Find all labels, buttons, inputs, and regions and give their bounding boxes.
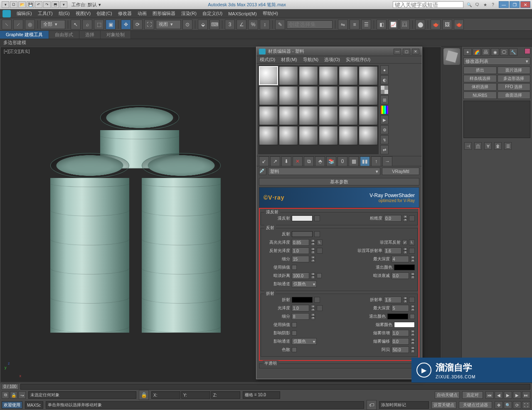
save-icon[interactable]: 💾 [27, 1, 34, 8]
diffuse-color-swatch[interactable] [292, 215, 313, 221]
menu-utilities[interactable]: 实用程序(U) [346, 57, 370, 63]
app-logo-icon[interactable] [2, 10, 11, 17]
material-slot[interactable] [279, 126, 298, 145]
menu-edit[interactable]: 编辑(E) [17, 10, 32, 17]
disp-checkbox[interactable] [292, 347, 297, 352]
mod-nurbs[interactable]: NURBS [463, 91, 497, 99]
material-slot[interactable] [279, 66, 298, 85]
roughness-map-slot[interactable] [409, 215, 415, 221]
material-slot[interactable] [319, 86, 338, 105]
video-check-icon[interactable] [380, 105, 389, 114]
maxdepth-spinner[interactable]: 4 [392, 256, 409, 262]
options-icon[interactable]: ⚙ [380, 125, 389, 134]
refract-color-swatch[interactable] [292, 297, 313, 303]
rglossy-spinner[interactable]: 1.0 [292, 247, 309, 254]
maximize-button[interactable]: ▢ [403, 49, 410, 54]
material-slot[interactable] [339, 106, 358, 125]
mod-ffd-select[interactable]: FFD 选择 [498, 83, 531, 91]
goto-start-icon[interactable]: ⏮ [485, 391, 494, 399]
curve-editor-icon[interactable]: 📈 [388, 20, 398, 30]
viewcube[interactable] [443, 48, 460, 65]
pan-icon[interactable]: ✥ [495, 401, 503, 409]
favorite-icon[interactable]: ★ [482, 1, 488, 8]
render-setup-icon[interactable]: 🫖 [431, 20, 441, 30]
link-icon[interactable]: ⬒ [52, 1, 59, 8]
dimdist-spinner[interactable]: 100.0 [292, 272, 309, 279]
tab-display-icon[interactable]: 🖵 [500, 48, 508, 56]
spinner-buttons[interactable]: ▴▾ [403, 215, 407, 222]
select-link-icon[interactable]: ⟍ [2, 20, 12, 30]
menu-maxscript[interactable]: MAXScript(M) [228, 11, 256, 16]
material-slot[interactable] [279, 86, 298, 105]
zoom-icon[interactable]: 🔍 [504, 401, 512, 409]
shadows-checkbox[interactable] [292, 331, 297, 336]
search-input[interactable] [393, 1, 463, 8]
comm-icon[interactable]: 🗨 [474, 1, 480, 8]
rectangle-select-icon[interactable]: ⬚ [94, 20, 104, 30]
tab-object-paint[interactable]: 对象绘制 [101, 31, 131, 39]
mat-id-icon[interactable]: 0 [337, 156, 347, 166]
ior-spinner[interactable]: 1.6 [384, 296, 401, 303]
material-slot[interactable] [339, 126, 358, 145]
rotate-icon[interactable]: ⟳ [133, 20, 143, 30]
selection-dd[interactable]: 选定对 [462, 391, 483, 399]
object-color-swatch[interactable] [525, 48, 530, 54]
curve-icon[interactable]: ↝ [18, 391, 26, 399]
render-icon[interactable]: 🫖 [454, 20, 464, 30]
make-preview-icon[interactable]: ▶ [380, 115, 389, 124]
map-nav-icon[interactable]: ⇄ [380, 145, 389, 154]
material-slot[interactable] [279, 106, 298, 125]
fogcolor-swatch[interactable] [394, 322, 415, 328]
lock-button[interactable]: L [317, 240, 323, 245]
fior-map-slot[interactable] [409, 248, 415, 254]
align-icon[interactable]: ≡ [350, 20, 360, 30]
material-slot[interactable] [339, 66, 358, 85]
rglossy-map-slot[interactable] [317, 248, 323, 254]
menu-tools[interactable]: 工具(T) [38, 10, 53, 17]
abbe-spinner[interactable]: 50.0 [392, 346, 409, 353]
snap-toggle-icon[interactable]: 3 [225, 20, 235, 30]
exit-color-swatch[interactable] [394, 264, 415, 270]
rexit-color-swatch[interactable] [387, 314, 408, 319]
restore-button[interactable]: ❐ [510, 1, 520, 8]
time-config-icon[interactable]: ⧉ [2, 391, 9, 399]
time-tag-icon[interactable]: 🏷 [367, 400, 377, 410]
menu-help[interactable]: 帮助(H) [263, 10, 278, 17]
menu-graph-editors[interactable]: 图形编辑器 [153, 10, 175, 17]
modifier-stack[interactable] [463, 101, 530, 138]
get-material-icon[interactable]: ↙ [259, 156, 269, 166]
angle-snap-icon[interactable]: ∠ [236, 20, 246, 30]
mod-spline-select[interactable]: 样条线选择 [463, 75, 497, 82]
material-editor-titlebar[interactable]: 材质编辑器 - 塑料 — ▢ ✕ [256, 47, 422, 56]
help-icon[interactable]: ? [490, 1, 496, 8]
minimize-button[interactable]: — [394, 49, 401, 54]
lock-button[interactable]: L [409, 240, 415, 245]
frame-indicator[interactable]: 0 / 100 [2, 384, 19, 390]
glossy-spinner[interactable]: 1.0 [292, 305, 309, 311]
orbit-icon[interactable]: ⟳ [513, 401, 521, 409]
keyboard-icon[interactable]: ⌨ [209, 20, 219, 30]
selection-filter-dropdown[interactable]: 全部▾ [40, 20, 65, 29]
material-slot-1[interactable] [259, 66, 278, 85]
tab-selection[interactable]: 选择 [79, 31, 101, 39]
window-crossing-icon[interactable]: ▣ [106, 20, 116, 30]
material-slot[interactable] [259, 86, 278, 105]
minimize-button[interactable]: — [499, 1, 509, 8]
rollout-basic-params[interactable]: 基本参数 [259, 178, 419, 185]
menu-animation[interactable]: 动画 [138, 10, 147, 17]
spinner-snap-icon[interactable]: ↕ [260, 20, 270, 30]
select-by-mat-icon[interactable]: ↯ [380, 135, 389, 144]
sample-type-icon[interactable]: ● [380, 65, 389, 74]
menu-material[interactable]: 材质(M) [281, 57, 297, 63]
prev-frame-icon[interactable]: ◀ [495, 391, 503, 399]
named-selection-input[interactable] [287, 20, 332, 29]
auto-key-button[interactable]: 自动关键点 [435, 391, 460, 399]
reset-icon[interactable]: ✕ [293, 156, 303, 166]
lock-selection-icon[interactable]: 🔒 [139, 390, 149, 400]
tab-graphite-tools[interactable]: Graphite 建模工具 [0, 31, 49, 39]
ior-map-slot[interactable] [409, 297, 415, 303]
max-toggle-icon[interactable]: ⛶ [522, 401, 530, 409]
raffect-dropdown[interactable]: 仅颜色▾ [292, 338, 317, 345]
config-icon[interactable]: ☰ [504, 142, 512, 150]
tab-modify-icon[interactable]: 🌈 [473, 48, 481, 56]
